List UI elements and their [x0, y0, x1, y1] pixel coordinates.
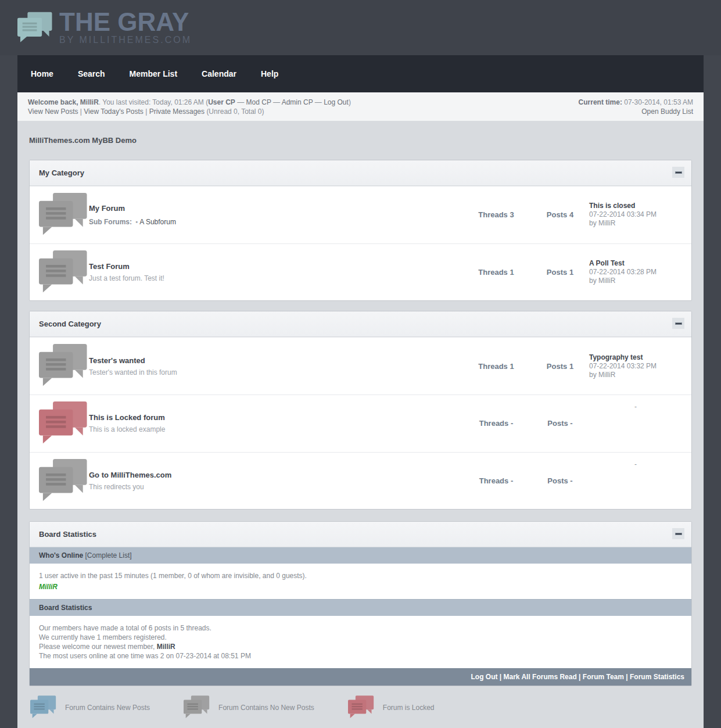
private-messages-link[interactable]: Private Messages — [149, 107, 205, 116]
threads-label: Threads — [478, 362, 508, 371]
online-user-link[interactable]: MilliR — [39, 582, 58, 591]
board-stats-body: Our members have made a total of 6 posts… — [30, 616, 691, 668]
threads-label: Threads — [479, 419, 509, 428]
posts-label: Posts — [547, 268, 567, 277]
forum-status-icon-cell — [39, 459, 89, 503]
pipe-separator: | — [144, 107, 149, 116]
main-nav: Home Search Member List Calendar Help — [17, 55, 704, 92]
forum-info: This is Locked forum This is a locked ex… — [89, 413, 461, 433]
site-header: THE GRAY BY MILLITHEMES.COM — [0, 0, 721, 55]
threads-value: 1 — [510, 362, 514, 371]
minus-icon — [675, 171, 682, 174]
last-post-cell: This is closed 07-22-2014 03:34 PM by Mi… — [589, 202, 682, 228]
newest-member-prefix: Please welcome our newest member, — [39, 643, 157, 651]
complete-list-link[interactable]: [Complete List] — [85, 551, 132, 560]
last-post-cell: A Poll Test 07-22-2014 03:28 PM by Milli… — [589, 259, 682, 285]
nav-item-search[interactable]: Search — [66, 69, 117, 78]
category-header: My Category — [30, 160, 691, 186]
threads-label: Threads — [479, 476, 509, 485]
current-time-label: Current time: — [579, 98, 622, 106]
threads-value: 3 — [510, 210, 514, 219]
forum-team-link[interactable]: Forum Team — [583, 673, 624, 681]
stats-line-members: We currently have 1 members registered. — [39, 633, 682, 642]
posts-value: - — [570, 419, 572, 428]
pm-counts: (Unread 0, Total 0) — [206, 107, 264, 116]
nav-item-member-list[interactable]: Member List — [117, 69, 189, 78]
site-logo[interactable]: THE GRAY BY MILLITHEMES.COM — [17, 10, 192, 45]
last-post-author: by MilliR — [589, 219, 682, 228]
admin-cp-link[interactable]: Admin CP — [282, 98, 313, 106]
log-out-footer-link[interactable]: Log Out — [471, 673, 498, 681]
posts-label: Posts — [547, 476, 568, 485]
posts-count: Posts 4 — [531, 210, 589, 219]
locked-legend-icon — [348, 695, 375, 719]
nav-item-help[interactable]: Help — [249, 69, 290, 78]
open-buddy-list-link[interactable]: Open Buddy List — [579, 107, 693, 116]
welcome-right: Current time: 07-30-2014, 01:53 AM Open … — [579, 98, 693, 116]
last-post-date: 07-22-2014 03:32 PM — [589, 362, 682, 371]
user-cp-link[interactable]: User CP — [208, 98, 235, 106]
forum-name-link[interactable]: Go to MilliThemes.com — [89, 471, 461, 479]
forum-info: Tester's wanted Tester's wanted in this … — [89, 356, 461, 376]
mod-cp-link[interactable]: Mod CP — [246, 98, 271, 106]
current-time-line: Current time: 07-30-2014, 01:53 AM — [579, 98, 693, 107]
forum-status-icon-cell — [39, 401, 89, 446]
view-todays-posts-link[interactable]: View Today's Posts — [84, 107, 144, 116]
forum-status-icon-cell — [39, 193, 89, 237]
category-panel-my-category: My Category My Forum Sub Forums:●A Subfo… — [29, 160, 692, 301]
legend-item-new-posts: Forum Contains New Posts — [30, 695, 150, 719]
pipe-separator: | — [577, 673, 583, 681]
posts-value: 1 — [569, 268, 573, 277]
log-out-link[interactable]: Log Out — [324, 98, 349, 106]
stats-line-newest: Please welcome our newest member, MilliR — [39, 642, 682, 651]
pipe-separator: | — [624, 673, 630, 681]
posts-count: Posts - — [531, 476, 589, 485]
threads-label: Threads — [478, 268, 508, 277]
collapse-button[interactable] — [672, 167, 684, 178]
forum-name-link[interactable]: My Forum — [89, 204, 461, 213]
posts-count: Posts 1 — [531, 268, 589, 277]
last-post-title-link[interactable]: This is closed — [589, 202, 682, 210]
forum-name-link[interactable]: This is Locked forum — [89, 413, 461, 422]
posts-label: Posts — [547, 362, 567, 371]
mark-all-read-link[interactable]: Mark All Forums Read — [504, 673, 577, 681]
nav-item-home[interactable]: Home — [19, 69, 66, 78]
legend-label: Forum Contains New Posts — [65, 704, 150, 712]
main-content: MilliThemes.com MyBB Demo My Category My… — [17, 121, 704, 728]
board-statistics-title: Board Statistics — [39, 530, 96, 539]
last-post-date: 07-22-2014 03:28 PM — [589, 268, 682, 277]
collapse-button[interactable] — [672, 528, 684, 539]
last-post-title-link[interactable]: A Poll Test — [589, 259, 682, 268]
legend-item-no-new-posts: Forum Contains No New Posts — [184, 695, 314, 719]
last-post-title-link[interactable]: Typography test — [589, 353, 682, 362]
board-statistics-header: Board Statistics — [30, 522, 691, 547]
forum-row-test-forum: Test Forum Just a test forum. Test it! T… — [30, 243, 691, 301]
board-statistics-panel: Board Statistics Who's Online [Complete … — [29, 521, 692, 686]
collapse-button[interactable] — [672, 318, 684, 329]
view-new-posts-link[interactable]: View New Posts — [28, 107, 78, 116]
page-title: MilliThemes.com MyBB Demo — [29, 136, 692, 145]
whos-online-label: Who's Online — [39, 551, 83, 560]
logo-title: THE GRAY — [59, 10, 192, 34]
whos-online-body: 1 user active in the past 15 minutes (1 … — [30, 564, 691, 599]
forum-name-link[interactable]: Tester's wanted — [89, 356, 461, 365]
forum-statistics-link[interactable]: Forum Statistics — [630, 673, 684, 681]
newest-member-link[interactable]: MilliR — [157, 643, 175, 651]
threads-value: - — [511, 419, 513, 428]
subforum-link[interactable]: A Subforum — [139, 218, 176, 226]
threads-value: 1 — [510, 268, 514, 277]
forum-info: Test Forum Just a test forum. Test it! — [89, 262, 461, 282]
category-title: Second Category — [39, 320, 101, 328]
forum-description: Just a test forum. Test it! — [89, 274, 461, 282]
dash-separator: — — [313, 98, 324, 106]
forum-name-link[interactable]: Test Forum — [89, 262, 461, 271]
forum-icon-legend: Forum Contains New Posts Forum Contains … — [30, 695, 692, 719]
subforums-line: Sub Forums:●A Subforum — [89, 218, 461, 226]
threads-label: Threads — [478, 210, 508, 219]
category-title: My Category — [39, 168, 84, 177]
threads-count: Threads - — [461, 476, 531, 485]
category-panel-second-category: Second Category Tester's wanted Tester's… — [29, 311, 692, 510]
pipe-separator: | — [78, 107, 84, 116]
welcome-greeting: Welcome back, MilliR — [28, 98, 99, 106]
nav-item-calendar[interactable]: Calendar — [189, 69, 249, 78]
